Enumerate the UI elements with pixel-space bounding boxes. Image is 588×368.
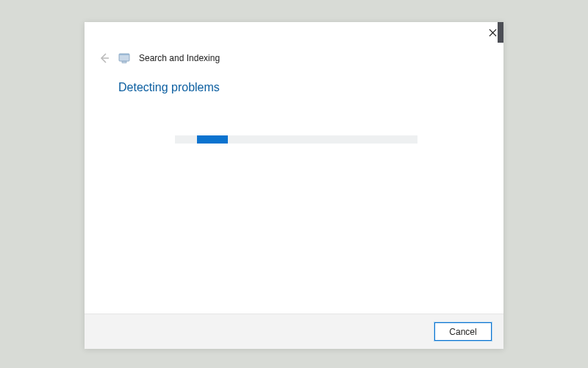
- progress-bar: [175, 135, 417, 144]
- titlebar: [85, 22, 503, 44]
- troubleshooter-icon: [118, 52, 132, 65]
- window-edge-strip: [498, 22, 503, 43]
- cancel-button[interactable]: Cancel: [434, 322, 492, 341]
- svg-rect-5: [122, 62, 126, 63]
- progress-container: [118, 135, 474, 144]
- back-button[interactable]: [98, 52, 111, 65]
- troubleshooter-dialog: Search and Indexing Detecting problems C…: [85, 22, 503, 349]
- troubleshooter-title: Search and Indexing: [139, 53, 220, 63]
- progress-fill: [197, 135, 228, 144]
- close-button[interactable]: [481, 22, 503, 43]
- page-heading: Detecting problems: [118, 81, 474, 94]
- breadcrumb: Search and Indexing: [85, 44, 503, 68]
- dialog-footer: Cancel: [85, 314, 503, 349]
- svg-rect-4: [119, 54, 129, 55]
- back-arrow-icon: [98, 52, 110, 64]
- close-icon: [489, 29, 497, 37]
- content-area: Detecting problems: [85, 68, 503, 314]
